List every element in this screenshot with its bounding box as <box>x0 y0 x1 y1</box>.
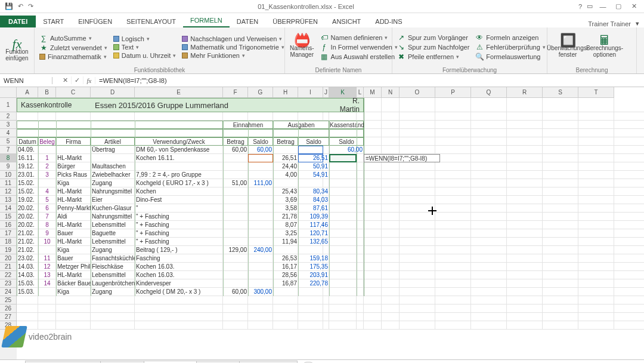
cell-ausgabe-betrag[interactable]: 16,87 <box>273 279 298 288</box>
tab-formeln[interactable]: FORMELN <box>183 14 230 27</box>
col-header[interactable]: S <box>543 87 578 98</box>
date-button[interactable]: Datum u. Uhrzeit▾ <box>113 52 177 59</box>
cell-firma[interactable]: Bauer <box>56 254 91 263</box>
cell-verwendung[interactable]: Kochen 16.03. <box>135 263 223 271</box>
row-headers[interactable]: 1234578910111213141516171819202122232425… <box>0 98 17 359</box>
name-manager-button[interactable]: 📛 Namens- Manager <box>290 29 314 66</box>
trace-precedents-button[interactable]: ↗Spur zum Vorgänger <box>397 33 469 42</box>
qat-undo-icon[interactable]: ↶ <box>16 2 26 10</box>
error-check-button[interactable]: ⚠Fehlerüberprüfung▾ <box>475 43 546 51</box>
row-header[interactable]: 8 <box>0 154 17 162</box>
cell-verwendung[interactable]: " + Fasching <box>135 238 223 246</box>
file-tab[interactable]: DATEI <box>0 16 36 27</box>
cell-beleg[interactable]: 1 <box>38 154 56 162</box>
row-header[interactable]: 3 <box>0 121 17 129</box>
cell-firma[interactable]: HL-Markt <box>56 154 91 162</box>
col-header[interactable]: D <box>91 87 135 98</box>
trace-dependents-button[interactable]: ↘Spur zum Nachfolger <box>397 43 469 51</box>
cell-verwendung[interactable]: Beitrag ( 129,- ) <box>135 246 223 254</box>
cell-beleg[interactable]: 2 <box>38 162 56 171</box>
cell-verwendung[interactable]: " <box>135 204 223 213</box>
text-button[interactable]: Text▾ <box>113 44 177 51</box>
cell-beleg[interactable]: 8 <box>38 221 56 229</box>
cell-artikel[interactable]: Zugang <box>91 246 135 254</box>
cell-datum[interactable]: 15.03. <box>17 288 38 296</box>
cell-ausgabe-saldo[interactable]: 117,46 <box>298 221 329 229</box>
user-dropdown-icon[interactable]: ▾ <box>636 20 639 27</box>
row-header[interactable]: 15 <box>0 213 17 221</box>
row-header[interactable]: 14 <box>0 204 17 213</box>
cell-einnahme-betrag[interactable]: 60,00 <box>223 146 248 154</box>
cell-firma[interactable]: Aldi <box>56 213 91 221</box>
cell-einnahme-saldo[interactable]: 60,00 <box>248 146 273 154</box>
cell-verwendung[interactable] <box>135 162 223 171</box>
cell-einnahme-betrag[interactable]: 60,00 <box>223 288 248 296</box>
col-header[interactable]: E <box>135 87 223 98</box>
row-header[interactable]: 4 <box>0 129 17 137</box>
cell-einnahme-betrag[interactable]: 129,00 <box>223 246 248 254</box>
cell-ausgabe-saldo[interactable]: 109,39 <box>298 213 329 221</box>
cell-ausgabe-betrag[interactable]: 21,78 <box>273 213 298 221</box>
row-header[interactable]: 23 <box>0 279 17 288</box>
recent-button[interactable]: ★Zuletzt verwendet▾ <box>39 44 107 52</box>
calc-options-button[interactable]: 🖩 Berechnungs- optionen <box>589 29 620 66</box>
cell-datum[interactable]: 16.11. <box>17 154 38 162</box>
row-header[interactable]: 24 <box>0 288 17 296</box>
cell-datum[interactable]: 23.01. <box>17 171 38 179</box>
cell-ausgabe-saldo[interactable]: 132,65 <box>298 238 329 246</box>
cell-ausgabe-saldo[interactable]: 50,91 <box>298 162 329 171</box>
row-header[interactable]: 2 <box>0 112 17 121</box>
cell-einnahme-saldo[interactable]: 111,00 <box>248 179 273 187</box>
cell-verwendung[interactable]: DM 60,- von Spendenkasse <box>135 146 223 154</box>
cell-firma[interactable]: HL-Markt <box>56 221 91 229</box>
cell-beleg[interactable]: 9 <box>38 229 56 238</box>
row-header[interactable]: 20 <box>0 254 17 263</box>
cell-datum[interactable]: 19.12. <box>17 162 38 171</box>
cell-datum[interactable]: 15.02. <box>17 187 38 196</box>
cell-einnahme-saldo[interactable]: 300,00 <box>248 288 273 296</box>
cell-artikel[interactable]: Maultaschen <box>91 162 135 171</box>
cell-artikel[interactable]: Zugang <box>91 179 135 187</box>
row-header[interactable]: 16 <box>0 221 17 229</box>
cell-firma[interactable]: Bürger <box>56 162 91 171</box>
cell-ausgabe-betrag[interactable]: 26,53 <box>273 254 298 263</box>
cell-artikel[interactable]: Laugenbrötchen <box>91 279 135 288</box>
cell-artikel[interactable]: Nahrungsmittel <box>91 213 135 221</box>
cell-einnahme-saldo[interactable]: 240,00 <box>248 246 273 254</box>
insert-function-button[interactable]: fx Funktion einfügen <box>5 29 29 73</box>
cell-artikel[interactable]: Kuchen-Glasur <box>91 204 135 213</box>
cell-firma[interactable]: Kiga <box>56 288 91 296</box>
cell-ausgabe-betrag[interactable]: 11,94 <box>273 238 298 246</box>
column-headers[interactable]: ABCDEFGHIJKLMNOPQRST <box>17 87 614 98</box>
cell-einnahme-betrag[interactable]: 51,00 <box>223 179 248 187</box>
tab-ueberpruefen[interactable]: ÜBERPRÜFEN <box>265 16 325 27</box>
cell-verwendung[interactable]: Kochgeld ( EURO 17,- x 3 ) <box>135 179 223 187</box>
cell-datum[interactable]: 14.03. <box>17 271 38 279</box>
cell-ausgabe-betrag[interactable]: 24,40 <box>273 162 298 171</box>
col-header[interactable]: P <box>435 87 471 98</box>
sheet-tab[interactable]: Spendenkasse <box>239 361 298 363</box>
cell-beleg[interactable]: 10 <box>38 238 56 246</box>
cell-datum[interactable]: 15.03. <box>17 279 38 288</box>
define-name-button[interactable]: 🏷Namen definieren▾ <box>320 33 398 42</box>
sheet-tab[interactable]: Teekasse <box>196 361 239 363</box>
cell-ausgabe-betrag[interactable]: 16,17 <box>273 263 298 271</box>
user-label[interactable]: Trainer Trainer <box>588 20 631 27</box>
col-header[interactable]: T <box>578 87 614 98</box>
cell-artikel[interactable]: Lebensmittel <box>91 221 135 229</box>
cell-artikel[interactable]: Eier <box>91 196 135 204</box>
fx-icon[interactable]: fx <box>83 77 95 84</box>
cell-beleg[interactable]: 12 <box>38 263 56 271</box>
cell-verwendung[interactable]: Kochen <box>135 187 223 196</box>
row-header[interactable]: 27 <box>0 313 17 321</box>
cell-firma[interactable]: HL-Markt <box>56 196 91 204</box>
close-icon[interactable]: ✕ <box>626 2 642 10</box>
cell-artikel[interactable]: Fasnachtsküchle <box>91 254 135 263</box>
tab-daten[interactable]: DATEN <box>230 16 265 27</box>
row-header[interactable]: 12 <box>0 187 17 196</box>
cell-datum[interactable]: 21.02. <box>17 238 38 246</box>
row-header[interactable]: 19 <box>0 246 17 254</box>
cell-firma[interactable] <box>56 146 91 154</box>
col-header[interactable]: G <box>248 87 273 98</box>
cell-verwendung[interactable]: Kochgeld ( DM 20,- x 3 ) <box>135 288 223 296</box>
